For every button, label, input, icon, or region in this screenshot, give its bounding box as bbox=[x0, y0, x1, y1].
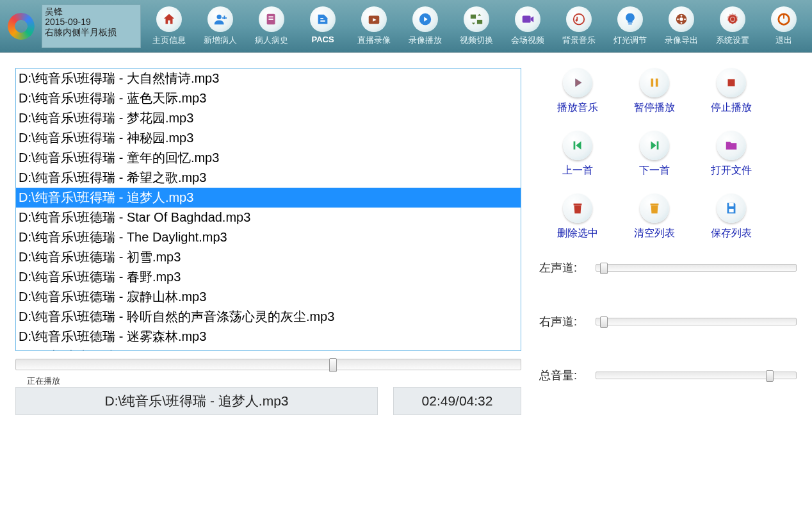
save-icon bbox=[717, 193, 746, 223]
playlist-item[interactable]: D:\纯音乐\班得瑞 - 追梦人.mp3 bbox=[16, 188, 521, 208]
toolbar-item-label: 直播录像 bbox=[357, 35, 391, 46]
progress-thumb[interactable] bbox=[329, 358, 337, 372]
playlist-item[interactable]: D:\纯音乐\班得瑞 - 蓝色天际.mp3 bbox=[16, 88, 521, 108]
svg-rect-20 bbox=[651, 79, 654, 87]
toolbar-item-settings[interactable]: 系统设置 bbox=[710, 6, 756, 46]
logo bbox=[0, 0, 42, 53]
delete-button[interactable]: 删除选中 bbox=[539, 193, 616, 254]
prev-button[interactable]: 上一首 bbox=[539, 131, 616, 191]
toolbar-item-live[interactable]: 直播录像 bbox=[351, 6, 397, 46]
next-icon bbox=[640, 131, 669, 160]
ctrl-label: 打开文件 bbox=[711, 164, 752, 177]
play-icon bbox=[563, 68, 592, 97]
svg-rect-8 bbox=[523, 15, 531, 22]
toolbar-item-label: 录像播放 bbox=[409, 35, 442, 46]
playlist-item[interactable]: D:\纯音乐\班得瑞 - 大自然情诗.mp3 bbox=[16, 69, 521, 88]
svg-rect-7 bbox=[477, 19, 482, 23]
ctrl-label: 暂停播放 bbox=[634, 101, 675, 115]
pacs-icon bbox=[310, 6, 336, 32]
patient-date: 2015-09-19 bbox=[45, 17, 138, 27]
playlist[interactable]: D:\纯音乐\班得瑞 - 大自然情诗.mp3D:\纯音乐\班得瑞 - 蓝色天际.… bbox=[15, 68, 521, 351]
toolbar-item-label: PACS bbox=[311, 35, 334, 44]
toolbar-item-video[interactable]: 会场视频 bbox=[505, 6, 551, 46]
slider-thumb[interactable] bbox=[600, 263, 608, 274]
ctrl-label: 播放音乐 bbox=[557, 101, 598, 115]
slider-thumb[interactable] bbox=[600, 316, 608, 328]
playlist-item[interactable]: D:\纯音乐\班得瑞 - 梦花园.mp3 bbox=[16, 108, 521, 128]
live-icon bbox=[361, 6, 387, 32]
controls-grid: 播放音乐暂停播放停止播放上一首下一首打开文件删除选中清空列表保存列表 bbox=[539, 68, 797, 254]
patient-name: 吴锋 bbox=[45, 6, 138, 17]
home-icon bbox=[156, 6, 182, 32]
toolbar-item-pacs[interactable]: PACS bbox=[300, 6, 346, 46]
svg-rect-21 bbox=[656, 79, 658, 87]
toolbar-item-add[interactable]: 新增病人 bbox=[197, 6, 243, 46]
toolbar-item-export[interactable]: 录像导出 bbox=[658, 6, 704, 46]
play-icon bbox=[412, 6, 438, 32]
playlist-item[interactable]: D:\纯音乐\班德瑞 - Star Of Baghdad.mp3 bbox=[16, 208, 521, 227]
patient-desc: 右膝内侧半月板损 bbox=[45, 27, 138, 37]
right-channel-label: 右声道: bbox=[539, 314, 587, 329]
svg-rect-26 bbox=[651, 204, 659, 206]
master-volume-label: 总音量: bbox=[539, 368, 587, 383]
toolbar-item-light[interactable]: 灯光调节 bbox=[607, 6, 653, 46]
ctrl-label: 停止播放 bbox=[711, 101, 752, 115]
settings-icon bbox=[720, 6, 745, 32]
playlist-item[interactable]: D:\纯音乐\班德瑞 - 迷雾森林.mp3 bbox=[16, 327, 521, 347]
next-button[interactable]: 下一首 bbox=[616, 131, 693, 191]
toolbar-item-exit[interactable]: 退出 bbox=[761, 6, 807, 46]
ctrl-label: 保存列表 bbox=[711, 227, 752, 240]
pause-button[interactable]: 暂停播放 bbox=[616, 68, 693, 128]
toolbar-item-home[interactable]: 主页信息 bbox=[146, 6, 192, 46]
playlist-item[interactable]: D:\纯音乐\班德瑞 - 你的微笑.mp3 bbox=[16, 347, 521, 351]
ctrl-label: 清空列表 bbox=[634, 227, 675, 240]
svg-point-11 bbox=[679, 17, 683, 21]
toolbar-item-music[interactable]: 背景音乐 bbox=[556, 6, 602, 46]
music-icon bbox=[566, 6, 592, 32]
svg-rect-23 bbox=[574, 142, 576, 150]
progress-slider[interactable] bbox=[15, 359, 521, 370]
playlist-item[interactable]: D:\纯音乐\班德瑞 - 聆听自然的声音涤荡心灵的灰尘.mp3 bbox=[16, 307, 521, 327]
toolbar-item-label: 主页信息 bbox=[152, 35, 186, 46]
ctrl-label: 删除选中 bbox=[557, 227, 598, 240]
clear-button[interactable]: 清空列表 bbox=[616, 193, 693, 254]
left-channel-slider[interactable] bbox=[596, 264, 797, 272]
toolbar-item-switch[interactable]: 视频切换 bbox=[453, 6, 499, 46]
ctrl-label: 上一首 bbox=[562, 164, 593, 177]
svg-rect-24 bbox=[657, 142, 659, 150]
now-playing-label: 正在播放 bbox=[27, 375, 521, 387]
toolbar-item-label: 背景音乐 bbox=[562, 35, 596, 46]
exit-icon bbox=[771, 6, 797, 32]
playlist-item[interactable]: D:\纯音乐\班德瑞 - 春野.mp3 bbox=[16, 267, 521, 287]
playlist-item[interactable]: D:\纯音乐\班得瑞 - 希望之歌.mp3 bbox=[16, 168, 521, 188]
svg-point-14 bbox=[677, 18, 679, 20]
svg-point-13 bbox=[681, 22, 683, 24]
svg-point-15 bbox=[684, 18, 686, 20]
toolbar-item-play[interactable]: 录像播放 bbox=[402, 6, 448, 46]
svg-rect-3 bbox=[268, 19, 273, 20]
history-icon bbox=[259, 6, 284, 32]
toolbar-item-history[interactable]: 病人病史 bbox=[248, 6, 295, 46]
playlist-item[interactable]: D:\纯音乐\班得瑞 - 神秘园.mp3 bbox=[16, 128, 521, 148]
playlist-item[interactable]: D:\纯音乐\班德瑞 - 寂静山林.mp3 bbox=[16, 287, 521, 307]
now-playing-name: D:\纯音乐\班得瑞 - 追梦人.mp3 bbox=[15, 387, 378, 415]
save-button[interactable]: 保存列表 bbox=[693, 193, 770, 254]
open-button[interactable]: 打开文件 bbox=[693, 131, 770, 191]
playlist-item[interactable]: D:\纯音乐\班德瑞 - The Daylight.mp3 bbox=[16, 227, 521, 247]
right-channel-slider[interactable] bbox=[596, 318, 797, 325]
light-icon bbox=[617, 6, 643, 32]
toolbar-item-label: 退出 bbox=[775, 35, 792, 46]
play-button[interactable]: 播放音乐 bbox=[539, 68, 616, 128]
add-icon bbox=[207, 6, 233, 32]
svg-point-12 bbox=[681, 15, 683, 17]
svg-rect-22 bbox=[728, 79, 735, 86]
svg-rect-2 bbox=[268, 16, 273, 17]
logo-icon bbox=[8, 13, 35, 40]
toolbar-item-label: 录像导出 bbox=[665, 35, 698, 46]
stop-button[interactable]: 停止播放 bbox=[693, 68, 770, 128]
playlist-item[interactable]: D:\纯音乐\班得瑞 - 童年的回忆.mp3 bbox=[16, 148, 521, 168]
master-volume-slider[interactable] bbox=[596, 372, 797, 379]
playlist-item[interactable]: D:\纯音乐\班德瑞 - 初雪.mp3 bbox=[16, 247, 521, 267]
slider-thumb[interactable] bbox=[766, 370, 774, 382]
toolbar-items: 主页信息新增病人病人病史PACS直播录像录像播放视频切换会场视频背景音乐灯光调节… bbox=[141, 6, 812, 46]
